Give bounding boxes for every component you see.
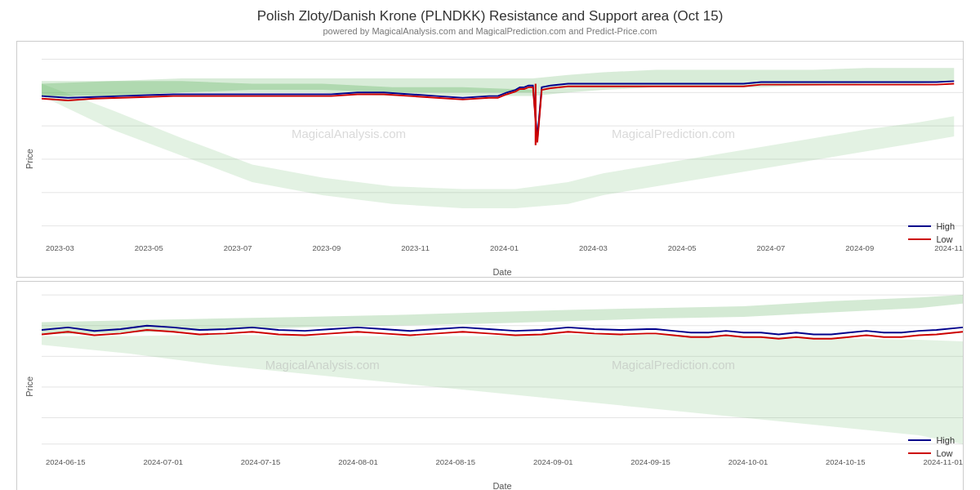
page-container: Polish Zloty/Danish Krone (PLNDKK) Resis… (0, 0, 980, 490)
chart2-xlabel-1: 2024-07-01 (143, 457, 183, 466)
chart1-legend-low: Low (908, 234, 955, 244)
chart2-legend-high: High (908, 435, 955, 445)
chart1-container: Price 1.8 1.6 1.4 1.2 1.0 0.8 (16, 41, 964, 278)
chart1-xlabel-3: 2023-09 (312, 243, 341, 252)
chart2-high-label: High (936, 435, 955, 445)
svg-marker-14 (42, 84, 954, 209)
chart1-xlabel-10: 2024-11 (934, 243, 963, 252)
chart1-inner: 1.8 1.6 1.4 1.2 1.0 0.8 MagicalAnalysis.… (42, 42, 963, 277)
chart1-xlabel-9: 2024-09 (845, 243, 874, 252)
chart2-xlabel-7: 2024-10-01 (728, 457, 768, 466)
chart2-xlabel-0: 2024-06-15 (46, 457, 86, 466)
chart1-xlabel-6: 2024-03 (579, 243, 608, 252)
chart1-legend: High Low (908, 221, 955, 244)
charts-wrapper: Price 1.8 1.6 1.4 1.2 1.0 0.8 (16, 41, 964, 490)
chart1-legend-high: High (908, 221, 955, 231)
chart2-xlabel-8: 2024-10-15 (826, 457, 866, 466)
chart2-high-line (908, 439, 931, 441)
chart2-low-label: Low (936, 448, 952, 458)
chart1-xlabel-5: 2024-01 (490, 243, 519, 252)
svg-text:MagicalPrediction.com: MagicalPrediction.com (612, 127, 735, 140)
chart2-inner: 1.80 1.75 1.70 1.65 1.60 1.55 MagicalAna… (42, 282, 963, 490)
chart2-legend-low: Low (908, 448, 955, 458)
chart2-xlabel-2: 2024-07-15 (241, 457, 281, 466)
chart1-xlabel-8: 2024-07 (757, 243, 786, 252)
chart1-low-line (908, 238, 931, 240)
chart2-xlabel-3: 2024-08-01 (338, 457, 378, 466)
chart1-low-label: Low (936, 234, 952, 244)
svg-text:MagicalPrediction.com: MagicalPrediction.com (612, 359, 735, 372)
chart1-y-label: Price (17, 42, 42, 277)
chart1-xlabel-0: 2023-03 (46, 243, 74, 252)
chart2-xlabel-4: 2024-08-15 (436, 457, 476, 466)
chart1-high-label: High (936, 221, 955, 231)
page-title: Polish Zloty/Danish Krone (PLNDKK) Resis… (257, 8, 724, 24)
svg-text:MagicalAnalysis.com: MagicalAnalysis.com (265, 359, 380, 372)
chart1-x-title: Date (42, 267, 963, 277)
chart1-x-axis: 2023-03 2023-05 2023-07 2023-09 2023-11 … (42, 243, 963, 266)
chart2-x-title: Date (42, 481, 963, 490)
page-subtitle: powered by MagicalAnalysis.com and Magic… (323, 26, 657, 36)
chart2-xlabel-9: 2024-11-01 (923, 457, 963, 466)
chart1-xlabel-4: 2023-11 (401, 243, 430, 252)
svg-marker-31 (42, 335, 963, 444)
chart2-x-axis: 2024-06-15 2024-07-01 2024-07-15 2024-08… (42, 457, 963, 480)
chart2-svg: 1.80 1.75 1.70 1.65 1.60 1.55 MagicalAna… (42, 282, 963, 457)
chart2-container: Price 1.80 1.75 1.70 1.65 1.60 1.55 (16, 281, 964, 490)
chart2-xlabel-5: 2024-09-01 (533, 457, 573, 466)
chart1-xlabel-2: 2023-07 (224, 243, 252, 252)
chart2-low-line (908, 452, 931, 454)
chart2-legend: High Low (908, 435, 955, 458)
chart1-xlabel-1: 2023-05 (135, 243, 163, 252)
chart2-y-label: Price (17, 282, 42, 490)
chart1-xlabel-7: 2024-05 (668, 243, 697, 252)
svg-text:MagicalAnalysis.com: MagicalAnalysis.com (292, 127, 406, 140)
chart1-high-line (908, 225, 931, 227)
chart1-svg: 1.8 1.6 1.4 1.2 1.0 0.8 MagicalAnalysis.… (42, 42, 963, 243)
chart2-xlabel-6: 2024-09-15 (630, 457, 670, 466)
